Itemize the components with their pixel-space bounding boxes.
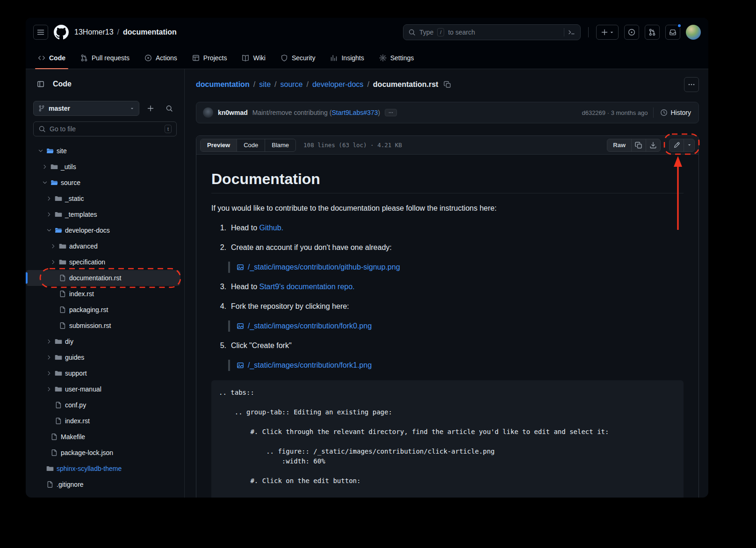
file-icon	[59, 322, 66, 329]
branch-selector[interactable]: master	[33, 101, 139, 116]
tree-item-_utils[interactable]: _utils	[26, 159, 180, 175]
raw-actions-group: Raw	[607, 139, 661, 152]
doc-step-2: 2.Create an account if you don't have on…	[211, 242, 684, 253]
breadcrumb-link-developer-docs[interactable]: developer-docs	[312, 80, 363, 89]
tree-item-_templates[interactable]: _templates	[26, 206, 180, 222]
kebab-icon	[688, 81, 695, 88]
broken-image-icon	[237, 362, 244, 369]
commit-message: Maint/remove contributing (Start9Labs#37…	[252, 109, 380, 116]
image-link[interactable]: /_static/images/contribution/fork1.png	[248, 360, 372, 371]
image-link[interactable]: /_static/images/contribution/github-sign…	[248, 262, 400, 273]
tree-item-sphinx-scylladb-theme[interactable]: sphinx-scylladb-theme	[26, 461, 180, 477]
commit-author-link[interactable]: kn0wmad	[218, 109, 248, 116]
go-to-file-input[interactable]: Go to file t	[33, 121, 177, 136]
history-button[interactable]: History	[659, 109, 692, 116]
tab-security[interactable]: Security	[276, 47, 320, 69]
commit-sha-link[interactable]: d632269	[582, 109, 605, 116]
tab-insights[interactable]: Insights	[325, 47, 368, 69]
slash-key-hint: /	[437, 28, 444, 36]
tree-item-site[interactable]: site	[26, 143, 180, 159]
tree-item-developer-docs[interactable]: developer-docs	[26, 222, 180, 238]
folder-icon	[59, 242, 66, 250]
tree-item-user-manual[interactable]: user-manual	[26, 381, 180, 397]
create-new-button[interactable]	[596, 25, 619, 40]
shield-icon	[281, 54, 288, 62]
image-link[interactable]: /_static/images/contribution/fork0.png	[248, 320, 372, 332]
tab-projects[interactable]: Projects	[187, 47, 232, 69]
chevron-right-icon	[46, 212, 52, 217]
repo-owner-link[interactable]: 13Homer13	[74, 28, 114, 36]
repo-name-link[interactable]: documentation	[123, 28, 177, 36]
user-avatar[interactable]	[686, 25, 701, 40]
tree-item-.gitignore[interactable]: .gitignore	[26, 477, 180, 492]
tree-item-guides[interactable]: guides	[26, 349, 180, 365]
rendered-document: Documentation If you would like to contr…	[196, 155, 698, 498]
tree-item-_static[interactable]: _static	[26, 191, 180, 206]
tree-item-Makefile[interactable]: Makefile	[26, 429, 180, 445]
doc-step-3: 3.Head to Start9's documentation repo.	[211, 281, 684, 292]
tree-item-specification[interactable]: specification	[26, 254, 180, 270]
chevron-right-icon	[46, 386, 52, 392]
breadcrumb-link-site[interactable]: site	[259, 80, 271, 89]
command-palette-icon[interactable]	[568, 28, 576, 36]
tree-item-index.rst[interactable]: index.rst	[26, 413, 180, 429]
doc-inline-link[interactable]: Github.	[259, 224, 283, 232]
copy-file-button[interactable]	[631, 139, 646, 152]
broken-image-icon	[237, 263, 244, 271]
add-file-button[interactable]	[143, 101, 158, 116]
commit-message-expand-button[interactable]	[385, 109, 397, 116]
raw-button[interactable]: Raw	[607, 139, 632, 152]
tree-item-packaging.rst[interactable]: packaging.rst	[26, 302, 180, 318]
tree-item-diy[interactable]: diy	[26, 334, 180, 349]
caret-down-icon	[687, 143, 691, 147]
commit-divider	[653, 107, 654, 118]
tree-item-package-lock.json[interactable]: package-lock.json	[26, 445, 180, 461]
tab-settings[interactable]: Settings	[374, 47, 419, 69]
tree-item-support[interactable]: support	[26, 365, 180, 381]
global-search-input[interactable]: Type / to search	[403, 24, 581, 40]
file-icon	[50, 433, 58, 441]
doc-inline-link[interactable]: Start9's documentation repo.	[259, 283, 354, 291]
view-tab-code[interactable]: Code	[237, 139, 265, 151]
file-path-breadcrumb: documentation/site/source/developer-docs…	[196, 80, 451, 89]
file-toolbar: PreviewCodeBlame 108 lines (63 loc) · 4.…	[196, 136, 698, 155]
commit-message-link[interactable]: Start9Labs#373	[331, 109, 378, 116]
chevron-right-icon	[46, 355, 52, 360]
download-button[interactable]	[646, 139, 661, 152]
pull-requests-button[interactable]	[645, 25, 660, 40]
global-nav-menu-button[interactable]	[33, 25, 48, 40]
folder-icon	[55, 211, 62, 218]
collapse-tree-button[interactable]	[33, 77, 48, 92]
more-file-actions-button[interactable]	[684, 77, 699, 92]
pull-request-icon	[648, 28, 656, 36]
issues-button[interactable]	[624, 25, 639, 40]
tree-item-index.rst[interactable]: index.rst	[26, 286, 180, 302]
view-tab-blame[interactable]: Blame	[265, 139, 295, 151]
edit-file-button[interactable]	[669, 139, 684, 152]
tab-pull-requests[interactable]: Pull requests	[76, 47, 134, 69]
commit-author-avatar[interactable]	[203, 107, 213, 118]
file-tree: site_utilssource_static_templatesdevelop…	[26, 143, 180, 492]
tree-item-documentation.rst[interactable]: documentation.rst	[26, 270, 180, 286]
tree-item-advanced[interactable]: advanced	[26, 238, 180, 254]
chevron-right-icon	[42, 164, 48, 170]
edit-dropdown-button[interactable]	[684, 139, 695, 152]
tab-code[interactable]: Code	[33, 47, 70, 69]
tree-item-source[interactable]: source	[26, 175, 180, 191]
github-mark-icon	[54, 25, 69, 40]
view-tab-preview[interactable]: Preview	[201, 139, 237, 151]
github-logo[interactable]	[54, 25, 69, 40]
tree-item-submission.rst[interactable]: submission.rst	[26, 318, 180, 334]
inbox-button[interactable]	[665, 25, 680, 40]
copy-path-button[interactable]	[444, 81, 451, 88]
file-content-box: PreviewCodeBlame 108 lines (63 loc) · 4.…	[196, 135, 699, 498]
breadcrumb-link-documentation[interactable]: documentation	[196, 80, 250, 89]
tab-wiki[interactable]: Wiki	[237, 47, 270, 69]
breadcrumb-link-source[interactable]: source	[280, 80, 302, 89]
copy-icon	[444, 81, 451, 88]
search-code-button[interactable]	[162, 101, 177, 116]
header-divider	[588, 27, 589, 37]
tab-actions[interactable]: Actions	[140, 47, 182, 69]
tree-item-conf.py[interactable]: conf.py	[26, 397, 180, 413]
doc-image-link-row: /_static/images/contribution/fork1.png	[228, 360, 684, 371]
